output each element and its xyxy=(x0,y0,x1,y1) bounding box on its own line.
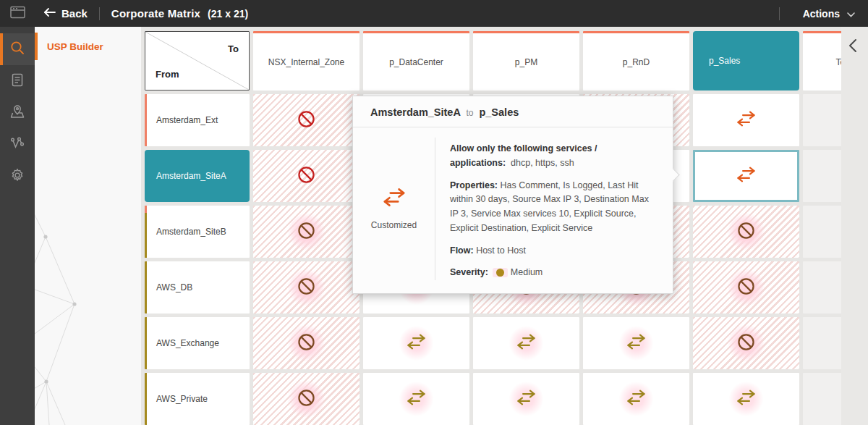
blocked-icon xyxy=(736,332,756,355)
blocked-icon xyxy=(297,109,316,132)
column-header-p_rnd[interactable]: p_RnD xyxy=(583,31,689,91)
bidirectional-arrow-icon xyxy=(736,390,757,408)
tooltip-connector: to xyxy=(466,108,473,118)
blocked-icon xyxy=(736,221,756,243)
bidirectional-arrow-icon xyxy=(626,390,647,408)
column-header-p_datacenter[interactable]: p_DataCenter xyxy=(363,31,469,91)
actions-button[interactable]: Actions xyxy=(803,8,855,20)
bidirectional-arrow-icon xyxy=(406,390,427,408)
network-graph-icon xyxy=(9,136,25,153)
sidebar-item-network[interactable] xyxy=(0,129,35,161)
severity-dot-highlight xyxy=(493,268,508,277)
matrix-cell-aws_db-to-nsx_internal_zone[interactable] xyxy=(253,261,359,314)
map-pin-icon xyxy=(9,104,25,122)
tooltip-flow-row: Flow: Host to Host xyxy=(450,244,655,258)
bidirectional-arrow-icon xyxy=(516,334,537,353)
topbar-divider xyxy=(99,7,100,20)
tooltip-allow-row: Allow only the following services / appl… xyxy=(450,142,655,171)
blocked-icon xyxy=(297,277,316,299)
matrix-cell-amsterdam_siteb-to-p_sales[interactable] xyxy=(693,206,799,258)
row-header-aws_private[interactable]: AWS_Private xyxy=(145,373,250,425)
corner-to-label: To xyxy=(228,43,239,54)
nav-panel: USP Builder xyxy=(35,27,141,425)
matrix-cell-amsterdam_ext-to-nsx_internal_zone[interactable] xyxy=(253,94,359,146)
severity-medium-dot xyxy=(496,269,504,277)
matrix-cell-aws_exchange-to-p_pm[interactable] xyxy=(473,317,579,369)
matrix-cell-aws_exchange-to-p_rnd[interactable] xyxy=(583,317,689,369)
matrix-cell-aws_private-to-p_rnd[interactable] xyxy=(583,373,689,425)
blocked-icon xyxy=(297,165,316,188)
nav-item-label: USP Builder xyxy=(47,41,103,52)
sidebar-item-documents[interactable] xyxy=(0,65,35,97)
back-button[interactable]: Back xyxy=(43,7,88,20)
matrix-cell-amsterdam_ext-to-p_sales[interactable] xyxy=(693,94,799,146)
gear-icon xyxy=(9,167,25,186)
flow-value: Host to Host xyxy=(476,245,526,256)
bidirectional-arrow-icon xyxy=(406,334,427,353)
back-label: Back xyxy=(61,7,88,20)
actions-label: Actions xyxy=(803,8,840,20)
icon-sidebar xyxy=(0,27,35,425)
matrix-cell-aws_private-to-nsx_internal_zone[interactable] xyxy=(253,373,359,425)
blocked-icon xyxy=(297,332,316,355)
tooltip-status: Customized xyxy=(353,138,435,280)
actions-chevron-down-icon xyxy=(847,8,855,20)
customized-bidirectional-arrow-icon xyxy=(382,188,407,210)
matrix-cell-aws_db-to-p_sales[interactable] xyxy=(693,261,799,314)
matrix-cell-aws_private-to-p_datacenter[interactable] xyxy=(363,373,469,425)
flow-label: Flow: xyxy=(450,245,474,256)
allow-values: dhcp, https, ssh xyxy=(511,158,574,168)
top-bar: Back Corporate Matrix (21 x 21) Actions xyxy=(0,0,868,27)
matrix-cell-aws_exchange-to-p_datacenter[interactable] xyxy=(363,317,469,369)
row-header-amsterdam_siteb[interactable]: Amsterdam_SiteB xyxy=(145,206,250,258)
properties-label: Properties: xyxy=(450,180,498,190)
blocked-icon xyxy=(736,277,756,299)
matrix-corner-cell: To From xyxy=(145,31,250,91)
column-header-nsx_internal_zone[interactable]: NSX_Internal_Zone xyxy=(253,31,359,91)
matrix-cell-aws_exchange-to-nsx_internal_zone[interactable] xyxy=(253,317,359,369)
collapse-panel-button[interactable] xyxy=(848,38,857,56)
matrix-cell-aws_private-to-p_sales[interactable] xyxy=(693,373,799,425)
right-strip xyxy=(841,27,868,425)
matrix-size-badge: (21 x 21) xyxy=(208,8,248,20)
nav-item-usp-builder[interactable]: USP Builder xyxy=(35,33,141,60)
bidirectional-arrow-icon xyxy=(736,167,757,185)
cell-details-tooltip: Amsterdam_SiteA to p_Sales Customized Al… xyxy=(352,96,673,294)
matrix-cell-aws_private-to-p_pm[interactable] xyxy=(473,373,579,425)
sidebar-item-settings[interactable] xyxy=(0,161,35,193)
tooltip-details: Allow only the following services / appl… xyxy=(435,138,673,280)
topbar-divider-right xyxy=(779,7,780,20)
column-header-p_sales[interactable]: p_Sales xyxy=(693,31,799,91)
severity-label: Severity: xyxy=(450,267,488,277)
back-arrow-icon xyxy=(43,7,56,20)
bidirectional-arrow-icon xyxy=(736,111,757,130)
chevron-left-icon xyxy=(848,38,857,53)
app-window-icon[interactable] xyxy=(10,6,25,22)
severity-value: Medium xyxy=(511,267,542,277)
background-network-watermark xyxy=(35,121,141,425)
matrix-cell-amsterdam_sitea-to-p_sales[interactable] xyxy=(693,150,799,202)
row-header-amsterdam_ext[interactable]: Amsterdam_Ext xyxy=(145,94,250,146)
sidebar-item-map[interactable] xyxy=(0,97,35,129)
sidebar-item-search[interactable] xyxy=(0,33,35,65)
document-icon xyxy=(10,72,25,91)
page-title: Corporate Matrix xyxy=(111,7,200,20)
blocked-icon xyxy=(297,221,316,243)
matrix-cell-aws_exchange-to-p_sales[interactable] xyxy=(693,317,799,369)
matrix-cell-amsterdam_sitea-to-nsx_internal_zone[interactable] xyxy=(253,150,359,202)
matrix-cell-amsterdam_siteb-to-nsx_internal_zone[interactable] xyxy=(253,206,359,258)
row-header-amsterdam_sitea[interactable]: Amsterdam_SiteA xyxy=(145,150,250,202)
search-icon xyxy=(9,40,25,59)
blocked-icon xyxy=(297,388,316,411)
bidirectional-arrow-icon xyxy=(516,390,537,408)
tooltip-status-label: Customized xyxy=(371,220,417,230)
column-header-p_pm[interactable]: p_PM xyxy=(473,31,579,91)
tooltip-title: Amsterdam_SiteA to p_Sales xyxy=(353,96,673,127)
tooltip-source: Amsterdam_SiteA xyxy=(370,106,460,118)
tooltip-destination: p_Sales xyxy=(479,106,519,118)
row-header-aws_db[interactable]: AWS_DB xyxy=(145,261,250,314)
tooltip-severity-row: Severity:Medium xyxy=(450,266,655,280)
row-header-aws_exchange[interactable]: AWS_Exchange xyxy=(145,317,250,369)
bidirectional-arrow-icon xyxy=(626,334,647,353)
corner-from-label: From xyxy=(156,69,179,80)
